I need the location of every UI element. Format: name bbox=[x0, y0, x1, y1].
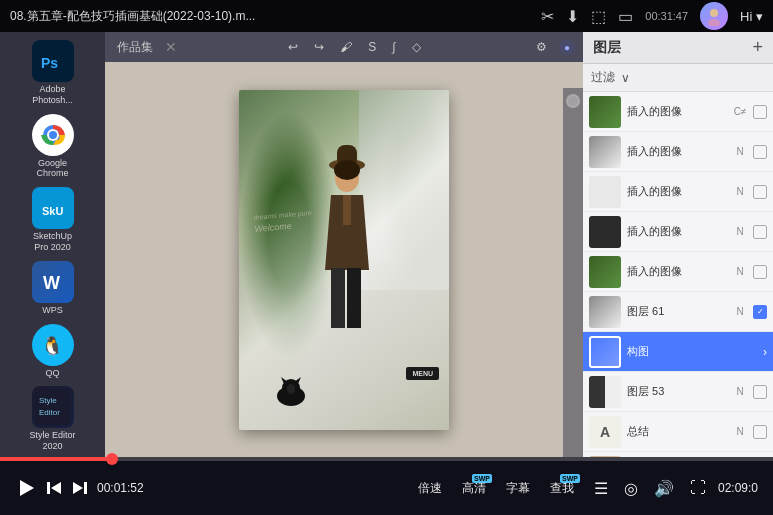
swp-badge-hd: SWP bbox=[472, 474, 492, 483]
svg-marker-30 bbox=[20, 480, 34, 496]
prev-button[interactable] bbox=[45, 479, 63, 497]
video-content: Ps AdobePhotosh... bbox=[0, 32, 773, 457]
layer-expand-icon[interactable]: › bbox=[763, 345, 767, 359]
layers-title: 图层 bbox=[593, 39, 621, 57]
screenshot-icon[interactable]: ⬚ bbox=[591, 7, 606, 26]
erase-tool-btn[interactable]: ∫ bbox=[388, 38, 399, 56]
speed-btn[interactable]: 倍速 bbox=[410, 476, 450, 501]
layer-visibility-check[interactable] bbox=[753, 265, 767, 279]
layer-visibility-check[interactable]: ✓ bbox=[753, 305, 767, 319]
window-icon[interactable]: ▭ bbox=[618, 7, 633, 26]
canvas-redo-btn[interactable]: ↪ bbox=[310, 38, 328, 56]
layer-item[interactable]: 插入的图像N bbox=[583, 252, 773, 292]
filter-label: 过滤 bbox=[591, 69, 615, 86]
canvas-area: 作品集 ✕ ↩ ↪ 🖌 S ∫ ◇ ⚙ ● bbox=[105, 32, 583, 457]
player-bar: 00:01:52 倍速 高清 SWP 字幕 查我 SWP ☰ ◎ 🔊 bbox=[0, 457, 773, 515]
color-btn[interactable]: ● bbox=[559, 40, 575, 55]
desktop-icon-qq[interactable]: 🐧 QQ bbox=[8, 321, 98, 382]
layer-item[interactable]: 构图› bbox=[583, 332, 773, 372]
svg-text:W: W bbox=[43, 273, 60, 293]
progress-filled bbox=[0, 457, 112, 461]
back-to-gallery-btn[interactable]: 作品集 bbox=[113, 37, 157, 58]
action-tool-btn[interactable]: ◇ bbox=[408, 38, 425, 56]
layer-visibility-check[interactable] bbox=[753, 225, 767, 239]
brush-tool-btn[interactable]: 🖌 bbox=[336, 38, 356, 56]
svg-point-6 bbox=[49, 131, 57, 139]
layer-thumbnail bbox=[589, 96, 621, 128]
svg-rect-22 bbox=[331, 268, 345, 328]
progress-bar[interactable] bbox=[0, 457, 773, 461]
canvas-top-bar: 作品集 ✕ ↩ ↪ 🖌 S ∫ ◇ ⚙ ● bbox=[105, 32, 583, 62]
find-btn[interactable]: 查我 SWP bbox=[542, 476, 582, 501]
layer-item[interactable]: 插入的图像N bbox=[583, 132, 773, 172]
canvas-main[interactable]: dreams make pure Welcome MENU bbox=[105, 62, 583, 457]
layers-add-btn[interactable]: + bbox=[752, 37, 763, 58]
desktop-icon-label: AdobePhotosh... bbox=[32, 84, 73, 106]
layers-list: 插入的图像C≠插入的图像N插入的图像N插入的图像N插入的图像N图层 61N✓构图… bbox=[583, 92, 773, 457]
download-icon[interactable]: ⬇ bbox=[566, 7, 579, 26]
layer-item[interactable]: 插入的图像C≠ bbox=[583, 92, 773, 132]
layer-mode: N bbox=[733, 306, 747, 317]
layer-mode: N bbox=[733, 146, 747, 157]
svg-point-0 bbox=[710, 9, 718, 17]
desktop-icon-chrome[interactable]: GoogleChrome bbox=[8, 111, 98, 183]
layer-thumbnail bbox=[589, 136, 621, 168]
desktop-sidebar: Ps AdobePhotosh... bbox=[0, 32, 105, 457]
hi-button[interactable]: Hi ▾ bbox=[740, 9, 763, 24]
svg-rect-11 bbox=[35, 389, 71, 425]
bottom-buttons: 倍速 高清 SWP 字幕 查我 SWP bbox=[410, 476, 582, 501]
layer-visibility-check[interactable] bbox=[753, 185, 767, 199]
layer-visibility-check[interactable] bbox=[753, 105, 767, 119]
hd-btn[interactable]: 高清 SWP bbox=[454, 476, 494, 501]
smudge-tool-btn[interactable]: S bbox=[364, 38, 380, 56]
top-bar: 08.第五章-配色技巧插画基础(2022-03-10).m... ✂ ⬇ ⬚ ▭… bbox=[0, 0, 773, 32]
svg-text:Editor: Editor bbox=[39, 408, 60, 417]
layer-item[interactable]: 图层 53N bbox=[583, 372, 773, 412]
layer-name: 插入的图像 bbox=[627, 144, 727, 159]
fullscreen-btn[interactable]: ⛶ bbox=[686, 479, 710, 497]
adjustments-btn[interactable]: ⚙ bbox=[532, 38, 551, 56]
progress-thumb[interactable] bbox=[106, 453, 118, 465]
layer-mode: N bbox=[733, 426, 747, 437]
scissors-icon[interactable]: ✂ bbox=[541, 7, 554, 26]
elapsed-time: 00:31:47 bbox=[645, 10, 688, 22]
play-button[interactable] bbox=[15, 477, 37, 499]
svg-point-21 bbox=[334, 160, 360, 180]
layer-item[interactable]: 图层 61N✓ bbox=[583, 292, 773, 332]
subtitle-btn[interactable]: 字幕 bbox=[498, 476, 538, 501]
svg-rect-24 bbox=[343, 195, 351, 225]
playlist-btn[interactable]: ☰ bbox=[590, 479, 612, 498]
slider-handle[interactable] bbox=[566, 94, 580, 108]
top-bar-right: ✂ ⬇ ⬚ ▭ 00:31:47 Hi ▾ bbox=[541, 2, 763, 30]
layer-item[interactable]: 插入的图像N bbox=[583, 172, 773, 212]
time-total: 02:09:0 bbox=[718, 481, 758, 495]
layer-item[interactable]: A总结N bbox=[583, 412, 773, 452]
volume-btn[interactable]: 🔊 bbox=[650, 479, 678, 498]
time-elapsed: 00:01:52 bbox=[97, 481, 144, 495]
avatar[interactable] bbox=[700, 2, 728, 30]
desktop-icon-nuage[interactable]: Ps AdobePhotosh... bbox=[8, 37, 98, 109]
desktop-icon-su[interactable]: SkU SketchUpPro 2020 bbox=[8, 184, 98, 256]
swp-badge-find: SWP bbox=[560, 474, 580, 483]
svg-text:Style: Style bbox=[39, 396, 57, 405]
svg-rect-31 bbox=[47, 482, 50, 494]
desktop-icon-wd[interactable]: W WPS bbox=[8, 258, 98, 319]
filter-expand-icon[interactable]: ∨ bbox=[621, 71, 630, 85]
canvas-actions-btn[interactable]: ↩ bbox=[284, 38, 302, 56]
focus-btn[interactable]: ◎ bbox=[620, 479, 642, 498]
layer-name: 图层 61 bbox=[627, 304, 727, 319]
desktop-icon-style[interactable]: Style Editor Style Editor2020 bbox=[8, 383, 98, 455]
layer-visibility-check[interactable] bbox=[753, 145, 767, 159]
layer-name: 插入的图像 bbox=[627, 184, 727, 199]
layer-mode: N bbox=[733, 186, 747, 197]
canvas-opacity-slider[interactable] bbox=[563, 88, 583, 457]
layer-mode: N bbox=[733, 226, 747, 237]
video-title: 08.第五章-配色技巧插画基础(2022-03-10).m... bbox=[10, 8, 541, 25]
layer-visibility-check[interactable] bbox=[753, 425, 767, 439]
next-button[interactable] bbox=[71, 479, 89, 497]
layer-name: 图层 53 bbox=[627, 384, 727, 399]
layer-mode: C≠ bbox=[733, 106, 747, 117]
layers-header: 图层 + bbox=[583, 32, 773, 64]
layer-item[interactable]: 插入的图像N bbox=[583, 212, 773, 252]
layer-visibility-check[interactable] bbox=[753, 385, 767, 399]
